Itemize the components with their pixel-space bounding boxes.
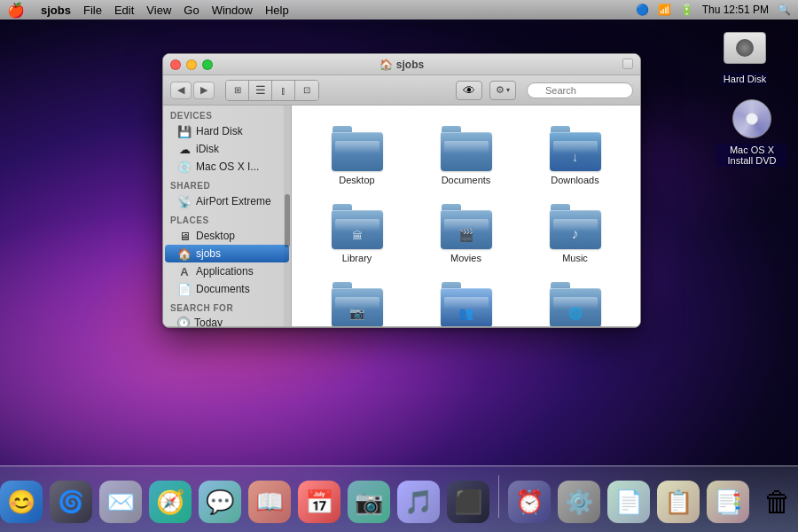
search-input[interactable] xyxy=(527,82,633,98)
dock-dashboard[interactable]: 🌀 xyxy=(48,477,94,523)
apple-menu[interactable]: 🍎 xyxy=(7,2,25,19)
dock-system-prefs[interactable]: ⚙️ xyxy=(556,477,602,523)
sidebar-label-today: Today xyxy=(194,317,223,326)
dock-address-book[interactable]: 📖 xyxy=(246,477,293,523)
dock-ichat[interactable]: 💬 xyxy=(197,477,243,523)
itunes-dock-icon: 🎵 xyxy=(397,481,440,523)
file-item-documents[interactable]: Documents xyxy=(415,120,517,191)
dock-items: 😊 🌀 ✉️ 🧭 💬 📖 📅 📷 xyxy=(0,475,798,528)
sidebar-section-devices: DEVICES xyxy=(163,106,291,122)
dock-itunes[interactable]: 🎵 xyxy=(395,477,442,523)
minimize-button[interactable] xyxy=(186,59,197,70)
file-item-pictures[interactable]: 📷 Pictures xyxy=(306,276,408,326)
sidebar-item-desktop[interactable]: 🖥 Desktop xyxy=(165,227,289,245)
dock-pdf2[interactable]: 📑 xyxy=(705,477,751,523)
public-folder-icon: 👥 xyxy=(440,281,493,326)
ical-dock-icon: 📅 xyxy=(298,481,340,523)
view-column-button[interactable]: ⫿ xyxy=(272,81,295,100)
file-item-desktop[interactable]: Desktop xyxy=(306,120,408,191)
applications-icon: A xyxy=(177,264,192,278)
sidebar-label-airport: AirPort Extreme xyxy=(196,195,271,207)
dock-trash[interactable]: 🗑 xyxy=(755,477,799,523)
file-item-sites[interactable]: 🌐 Sites xyxy=(524,276,626,326)
forward-button[interactable]: ▶ xyxy=(193,82,215,99)
file-item-music[interactable]: ♪ Music xyxy=(524,198,626,269)
titlebar: 🏠 sjobs xyxy=(163,54,640,75)
dock-spaces[interactable]: ⬛ xyxy=(445,477,491,523)
system-prefs-dock-icon: ⚙️ xyxy=(558,481,600,523)
menubar-window[interactable]: Window xyxy=(212,4,253,17)
movies-folder-label: Movies xyxy=(450,253,481,263)
dock-time-machine[interactable]: ⏰ xyxy=(506,477,552,523)
pdf1-dock-icon: 📋 xyxy=(657,481,700,523)
dock-iphoto[interactable]: 📷 xyxy=(346,477,392,523)
sidebar-scrollbar-thumb[interactable] xyxy=(285,194,290,247)
view-coverflow-button[interactable]: ⊡ xyxy=(295,81,318,100)
close-button[interactable] xyxy=(170,59,181,70)
back-button[interactable]: ◀ xyxy=(170,82,192,99)
finder-window: 🏠 sjobs ◀ ▶ ⊞ ☰ ⫿ ⊡ 👁 ⚙ ▾ xyxy=(162,53,641,328)
library-folder-icon: 🏛 xyxy=(331,203,384,249)
downloads-folder-label: Downloads xyxy=(551,175,598,185)
view-icon-button[interactable]: ⊞ xyxy=(226,81,249,100)
home-sidebar-icon: 🏠 xyxy=(177,246,192,261)
dock-pdf1[interactable]: 📋 xyxy=(655,477,701,523)
mail-dock-icon: ✉️ xyxy=(99,481,142,523)
status-bar: 9 items, 62.71 GB available xyxy=(163,326,640,328)
file-item-downloads[interactable]: ↓ Downloads xyxy=(524,120,626,191)
sites-folder-icon: 🌐 xyxy=(549,281,602,326)
desktop-folder-label: Desktop xyxy=(339,175,374,185)
window-title: 🏠 sjobs xyxy=(379,59,424,71)
maximize-button[interactable] xyxy=(202,59,213,70)
zoom-button[interactable] xyxy=(622,59,633,69)
spotlight-icon[interactable]: 🔍 xyxy=(778,4,791,16)
music-folder-icon: ♪ xyxy=(549,203,602,249)
menubar-go[interactable]: Go xyxy=(184,4,199,17)
menubar-right: 🔵 📶 🔋 Thu 12:51 PM 🔍 xyxy=(636,4,791,16)
clock: Thu 12:51 PM xyxy=(702,4,769,16)
window-title-text: sjobs xyxy=(396,59,424,71)
menubar-edit[interactable]: Edit xyxy=(114,4,134,17)
action-button[interactable]: ⚙ ▾ xyxy=(489,81,516,100)
nav-buttons: ◀ ▶ xyxy=(170,82,215,99)
file-item-movies[interactable]: 🎬 Movies xyxy=(415,198,517,269)
dock-mail[interactable]: ✉️ xyxy=(98,477,144,523)
pictures-folder-icon: 📷 xyxy=(331,281,384,326)
desktop-icon-dvd[interactable]: Mac OS X Install DVD xyxy=(716,98,787,167)
sidebar-item-sjobs[interactable]: 🏠 sjobs xyxy=(165,245,289,262)
sidebar-item-airport[interactable]: 📡 AirPort Extreme xyxy=(165,192,289,210)
dock-safari[interactable]: 🧭 xyxy=(147,477,193,523)
sidebar-item-macosx-dvd[interactable]: 💿 Mac OS X I... xyxy=(165,158,289,176)
downloads-folder-icon: ↓ xyxy=(549,125,602,171)
menubar-file[interactable]: File xyxy=(83,4,102,17)
dock-finder[interactable]: 😊 xyxy=(0,477,44,523)
menubar-view[interactable]: View xyxy=(146,4,171,17)
file-item-public[interactable]: 👥 Public xyxy=(415,276,517,326)
sidebar-item-today[interactable]: 🕐 Today xyxy=(165,315,289,326)
dock-separator xyxy=(498,475,499,518)
dock-preview[interactable]: 📄 xyxy=(606,477,652,523)
sidebar-item-hard-disk[interactable]: 💾 Hard Disk xyxy=(165,122,289,140)
sidebar-item-idisk[interactable]: ☁ iDisk xyxy=(165,140,289,158)
dock-ical[interactable]: 📅 xyxy=(296,477,342,523)
eye-icon: 👁 xyxy=(463,83,475,98)
trash-dock-icon: 🗑 xyxy=(756,481,799,523)
menubar-help[interactable]: Help xyxy=(265,4,289,17)
menubar-finder[interactable]: sjobs xyxy=(41,4,71,17)
dashboard-dock-icon: 🌀 xyxy=(50,481,92,523)
desktop-folder-icon xyxy=(331,125,384,171)
file-grid: Desktop Documents xyxy=(292,106,640,326)
documents-sidebar-icon: 📄 xyxy=(177,282,192,296)
sidebar-item-documents[interactable]: 📄 Documents xyxy=(165,280,289,298)
battery-icon: 🔋 xyxy=(680,4,693,16)
titlebar-buttons xyxy=(170,59,213,70)
desktop-icon-hard-disk[interactable]: Hard Disk xyxy=(709,27,780,85)
sidebar-scrollbar[interactable] xyxy=(284,106,291,326)
sidebar-label-idisk: iDisk xyxy=(196,143,219,155)
quick-look-button[interactable]: 👁 xyxy=(456,81,482,100)
file-item-library[interactable]: 🏛 Library xyxy=(306,198,408,269)
sidebar-item-applications[interactable]: A Applications xyxy=(165,262,289,280)
documents-folder-icon xyxy=(440,125,493,171)
airport-icon: 📡 xyxy=(177,194,192,208)
view-list-button[interactable]: ☰ xyxy=(249,81,272,100)
